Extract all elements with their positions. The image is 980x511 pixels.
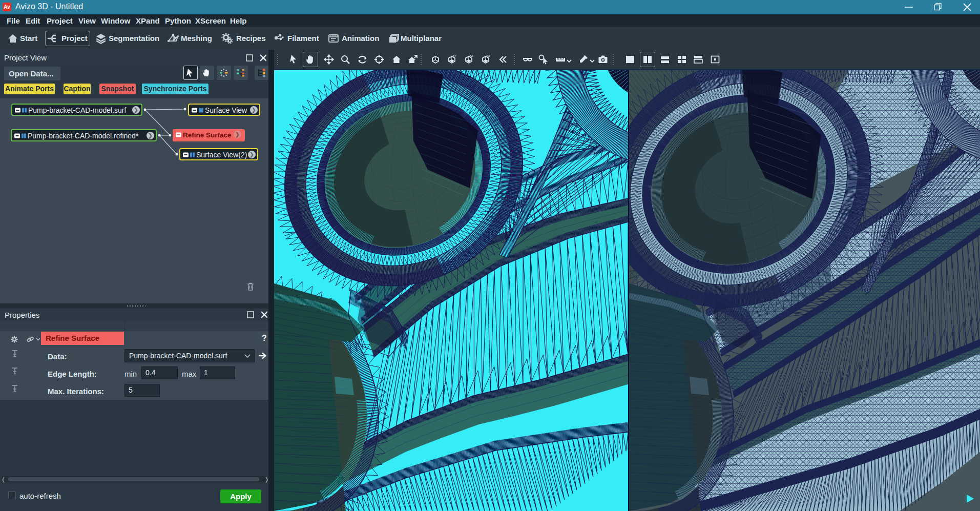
svg-text:XY: XY bbox=[452, 54, 456, 57]
svg-text:XZ: XZ bbox=[469, 54, 473, 57]
svg-text:YZ: YZ bbox=[486, 54, 490, 57]
